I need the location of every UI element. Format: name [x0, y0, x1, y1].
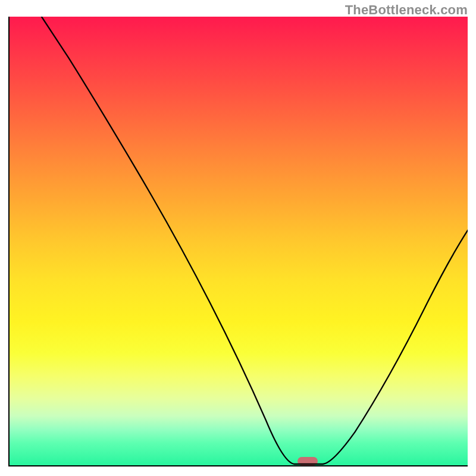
watermark-text: TheBottleneck.com	[345, 2, 468, 18]
chart-area	[8, 17, 468, 466]
bottleneck-curve-path	[42, 17, 468, 464]
chart-curve	[10, 17, 468, 465]
